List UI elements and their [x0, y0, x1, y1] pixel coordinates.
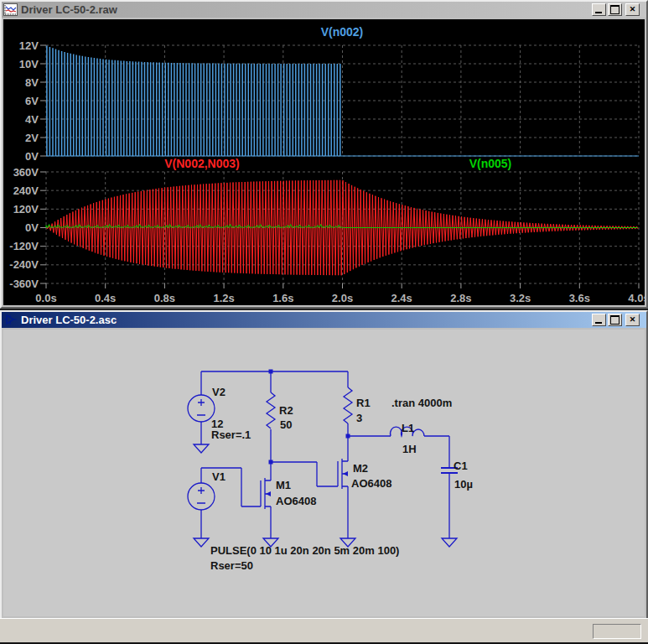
- pane2-ytick-360V: 360V: [13, 166, 39, 179]
- window-title: Driver LC-50-2.asc: [21, 314, 117, 326]
- waveform-plot-svg[interactable]: 12V10V8V6V4V2V0V360V240V120V0V-120V-240V…: [3, 19, 645, 305]
- resistor-r2[interactable]: [267, 392, 275, 428]
- schematic-titlebar[interactable]: Driver LC-50-2.asc ✕: [2, 312, 646, 328]
- trace-label-vn002[interactable]: V(n002): [321, 25, 364, 39]
- statusbar-panel: [593, 624, 641, 639]
- close-icon: ✕: [630, 6, 636, 13]
- ground-c1[interactable]: [442, 538, 457, 547]
- trace-label-vn002n003[interactable]: V(N002,N003): [164, 157, 240, 170]
- xtick-0.8s: 0.8s: [154, 292, 175, 304]
- waveform-titlebar[interactable]: Driver LC-50-2.raw ✕: [2, 2, 646, 18]
- minimize-icon: [595, 12, 602, 13]
- pane1-ytick-6V: 6V: [25, 95, 39, 107]
- schematic-label-m2-refdes[interactable]: M2: [353, 462, 368, 475]
- minimize-icon: [595, 322, 602, 324]
- pane1-ytick-0V: 0V: [25, 150, 39, 163]
- schematic-label-v2-rser[interactable]: Rser=.1: [211, 428, 251, 441]
- pane2-ytick-120V: 120V: [13, 203, 39, 216]
- ground-symbols[interactable]: [194, 444, 457, 547]
- pane2-ytick-240V: 240V: [13, 184, 39, 197]
- ground-v1[interactable]: [194, 538, 209, 547]
- pane2-ytick--360V: -360V: [9, 278, 39, 290]
- pane2-ytick--120V: -120V: [9, 240, 39, 252]
- xtick-1.6s: 1.6s: [272, 292, 293, 304]
- schematic-window: Driver LC-50-2.asc ✕: [0, 310, 648, 620]
- schematic-label-c1-refdes[interactable]: C1: [454, 460, 468, 472]
- schematic-label-m2-model[interactable]: AO6408: [351, 477, 391, 490]
- resistor-r1[interactable]: [344, 387, 352, 423]
- schematic-label-m1-model[interactable]: AO6408: [276, 495, 316, 507]
- pane1-ytick-12V: 12V: [19, 39, 39, 52]
- xtick-2.0s: 2.0s: [332, 292, 353, 304]
- mosfet-m2[interactable]: [338, 459, 348, 489]
- xtick-4.0s: 4.0s: [628, 292, 645, 304]
- schematic-label-v2-refdes[interactable]: V2: [212, 386, 226, 398]
- close-button[interactable]: ✕: [625, 3, 640, 16]
- schematic-label-v1-refdes[interactable]: V1: [212, 470, 226, 483]
- status-bar: [0, 618, 648, 644]
- pane2-ytick-0V: 0V: [25, 221, 39, 234]
- trace-label-vn005[interactable]: V(n005): [469, 157, 512, 170]
- maximize-button[interactable]: [608, 3, 622, 16]
- xtick-2.8s: 2.8s: [450, 292, 471, 304]
- schematic-label-l1-value[interactable]: 1H: [402, 443, 417, 455]
- schematic-label-r2-value[interactable]: 50: [280, 418, 292, 431]
- mosfet-m1[interactable]: [261, 478, 271, 509]
- junction-dots: [269, 370, 350, 465]
- schematic-file-icon: [3, 314, 18, 326]
- schematic-canvas[interactable]: V212Rser=.1R250R13.tran 4000mL11HC110µM2…: [3, 330, 645, 616]
- xtick-2.4s: 2.4s: [391, 292, 412, 304]
- pane1-ytick-4V: 4V: [25, 113, 39, 126]
- waveform-window: Driver LC-50-2.raw ✕ 12V10V8V6V4V2V0V360…: [0, 0, 648, 309]
- schematic-label-m1-refdes[interactable]: M1: [276, 479, 291, 491]
- schematic-label-r1-value[interactable]: 3: [356, 412, 362, 424]
- schematic-label-r1-refdes[interactable]: R1: [356, 397, 371, 409]
- maximize-button[interactable]: [608, 314, 622, 326]
- minimize-button[interactable]: [592, 314, 606, 326]
- close-icon: ✕: [630, 316, 636, 324]
- xtick-1.2s: 1.2s: [213, 292, 234, 304]
- schematic-svg[interactable]: V212Rser=.1R250R13.tran 4000mL11HC110µM2…: [3, 330, 645, 615]
- window-title: Driver LC-50-2.raw: [21, 3, 117, 16]
- pane2-ytick--240V: -240V: [9, 258, 39, 271]
- xtick-0.0s: 0.0s: [35, 292, 56, 304]
- schematic-label-c1-value[interactable]: 10µ: [454, 478, 473, 491]
- waveform-file-icon: [3, 3, 18, 16]
- pane1-ytick-10V: 10V: [19, 58, 39, 70]
- pane1-ytick-8V: 8V: [25, 76, 39, 89]
- schematic-label-v1-rser[interactable]: Rser=50: [210, 559, 253, 572]
- close-button[interactable]: ✕: [625, 314, 640, 326]
- xtick-0.4s: 0.4s: [95, 292, 116, 304]
- waveform-plot-area[interactable]: 12V10V8V6V4V2V0V360V240V120V0V-120V-240V…: [3, 19, 645, 305]
- voltage-source-v1[interactable]: [188, 483, 215, 510]
- maximize-icon: [610, 5, 619, 14]
- schematic-label-r2-refdes[interactable]: R2: [279, 404, 293, 417]
- maximize-icon: [610, 315, 619, 325]
- ltspice-app: Driver LC-50-2.raw ✕ 12V10V8V6V4V2V0V360…: [0, 0, 648, 644]
- minimize-button[interactable]: [592, 3, 606, 16]
- schematic-label-v1-pulse[interactable]: PULSE(0 10 1u 20n 20n 5m 20m 100): [210, 544, 399, 557]
- xtick-3.2s: 3.2s: [510, 292, 531, 304]
- pane1-ytick-2V: 2V: [25, 132, 39, 144]
- ground-v2[interactable]: [194, 444, 209, 453]
- schematic-label-l1-refdes[interactable]: L1: [402, 422, 414, 434]
- schematic-label-tran-directive[interactable]: .tran 4000m: [391, 397, 452, 409]
- xtick-3.6s: 3.6s: [569, 292, 590, 304]
